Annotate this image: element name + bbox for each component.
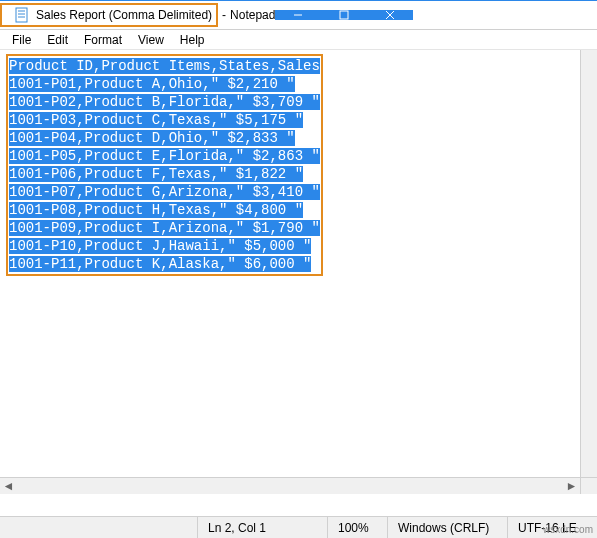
watermark: wsxdn.com bbox=[543, 524, 593, 535]
selected-text[interactable]: 1001-P03,Product C,Texas," $5,175 " bbox=[9, 112, 303, 128]
menu-format[interactable]: Format bbox=[76, 31, 130, 49]
selected-text[interactable]: 1001-P08,Product H,Texas," $4,800 " bbox=[9, 202, 303, 218]
text-line[interactable]: 1001-P01,Product A,Ohio," $2,210 " bbox=[9, 75, 320, 93]
text-line[interactable]: 1001-P11,Product K,Alaska," $6,000 " bbox=[9, 255, 320, 273]
status-empty bbox=[0, 517, 197, 538]
title-bar: Sales Report (Comma Delimited) - Notepad bbox=[0, 0, 597, 30]
scroll-left-icon[interactable]: ◄ bbox=[0, 478, 17, 495]
menu-edit[interactable]: Edit bbox=[39, 31, 76, 49]
text-line[interactable]: 1001-P08,Product H,Texas," $4,800 " bbox=[9, 201, 320, 219]
text-line[interactable]: 1001-P09,Product I,Arizona," $1,790 " bbox=[9, 219, 320, 237]
selected-text[interactable]: 1001-P01,Product A,Ohio," $2,210 " bbox=[9, 76, 295, 92]
editor-viewport: Product ID,Product Items,States,Sales100… bbox=[0, 50, 597, 516]
text-line[interactable]: 1001-P10,Product J,Hawaii," $5,000 " bbox=[9, 237, 320, 255]
selection-highlight-box: Product ID,Product Items,States,Sales100… bbox=[6, 54, 323, 276]
selected-text[interactable]: 1001-P07,Product G,Arizona," $3,410 " bbox=[9, 184, 320, 200]
menu-bar: File Edit Format View Help bbox=[0, 30, 597, 50]
text-editor[interactable]: Product ID,Product Items,States,Sales100… bbox=[0, 50, 597, 516]
minimize-button[interactable] bbox=[275, 10, 321, 20]
text-line[interactable]: 1001-P07,Product G,Arizona," $3,410 " bbox=[9, 183, 320, 201]
status-position: Ln 2, Col 1 bbox=[197, 517, 327, 538]
scroll-track[interactable] bbox=[17, 478, 563, 494]
selected-text[interactable]: 1001-P11,Product K,Alaska," $6,000 " bbox=[9, 256, 311, 272]
window-title-appname: Notepad bbox=[230, 8, 275, 22]
menu-view[interactable]: View bbox=[130, 31, 172, 49]
text-line[interactable]: 1001-P03,Product C,Texas," $5,175 " bbox=[9, 111, 320, 129]
selected-text[interactable]: 1001-P10,Product J,Hawaii," $5,000 " bbox=[9, 238, 311, 254]
selected-text[interactable]: 1001-P09,Product I,Arizona," $1,790 " bbox=[9, 220, 320, 236]
text-line[interactable]: 1001-P02,Product B,Florida," $3,709 " bbox=[9, 93, 320, 111]
selected-text[interactable]: 1001-P06,Product F,Texas," $1,822 " bbox=[9, 166, 303, 182]
vertical-scrollbar[interactable] bbox=[580, 50, 597, 477]
selected-text[interactable]: Product ID,Product Items,States,Sales bbox=[9, 58, 320, 74]
svg-rect-0 bbox=[16, 8, 27, 22]
selected-text[interactable]: 1001-P05,Product E,Florida," $2,863 " bbox=[9, 148, 320, 164]
text-line[interactable]: 1001-P05,Product E,Florida," $2,863 " bbox=[9, 147, 320, 165]
selected-text[interactable]: 1001-P02,Product B,Florida," $3,709 " bbox=[9, 94, 320, 110]
title-highlight-box: Sales Report (Comma Delimited) bbox=[0, 3, 218, 27]
selected-text[interactable]: 1001-P04,Product D,Ohio," $2,833 " bbox=[9, 130, 295, 146]
horizontal-scrollbar[interactable]: ◄ ► bbox=[0, 477, 580, 494]
menu-file[interactable]: File bbox=[4, 31, 39, 49]
text-line[interactable]: 1001-P04,Product D,Ohio," $2,833 " bbox=[9, 129, 320, 147]
window-title-filename: Sales Report (Comma Delimited) bbox=[36, 8, 212, 22]
status-line-ending: Windows (CRLF) bbox=[387, 517, 507, 538]
window-title-separator: - bbox=[222, 8, 226, 22]
scroll-right-icon[interactable]: ► bbox=[563, 478, 580, 495]
svg-rect-5 bbox=[340, 11, 348, 19]
maximize-button[interactable] bbox=[321, 10, 367, 20]
close-button[interactable] bbox=[367, 10, 413, 20]
status-zoom: 100% bbox=[327, 517, 387, 538]
text-line[interactable]: 1001-P06,Product F,Texas," $1,822 " bbox=[9, 165, 320, 183]
notepad-icon bbox=[14, 7, 30, 23]
menu-help[interactable]: Help bbox=[172, 31, 213, 49]
status-bar: Ln 2, Col 1 100% Windows (CRLF) UTF-16 L… bbox=[0, 516, 597, 538]
text-line[interactable]: Product ID,Product Items,States,Sales bbox=[9, 57, 320, 75]
window-controls bbox=[275, 10, 413, 20]
scroll-corner bbox=[580, 477, 597, 494]
